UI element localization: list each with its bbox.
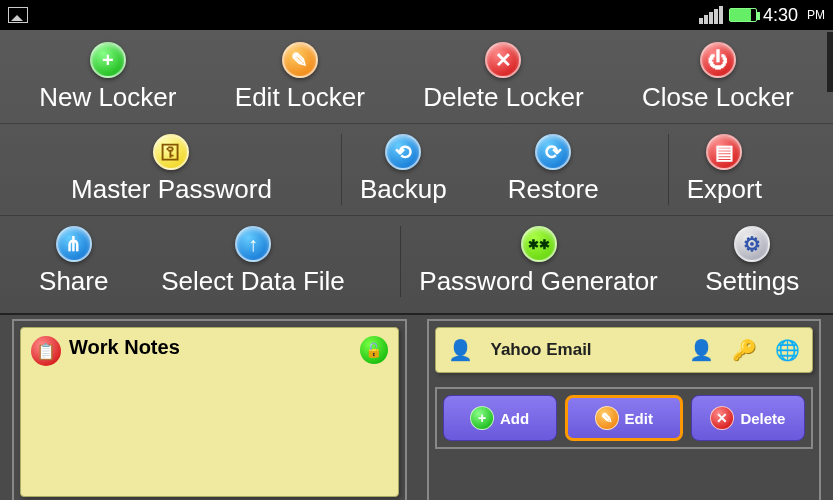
menu-label: Share	[39, 266, 108, 297]
accounts-panel: 👤 Yahoo Email 👤 🔑 🌐 + Add ✎ Edit ✕ Delet…	[427, 319, 822, 500]
menu-label: Backup	[360, 174, 447, 205]
lock-stars-icon: ✱✱	[521, 226, 557, 262]
accent-bar	[827, 32, 833, 92]
gear-icon: ⚙	[734, 226, 770, 262]
pencil-icon: ✎	[282, 42, 318, 78]
pencil-icon: ✎	[595, 406, 619, 430]
master-password-button[interactable]: ⚿ Master Password	[71, 134, 272, 205]
menu-row-3: ⋔ Share ↑ Select Data File ✱✱ Password G…	[0, 215, 833, 301]
account-button-bar: + Add ✎ Edit ✕ Delete	[435, 387, 814, 449]
new-locker-button[interactable]: + New Locker	[39, 42, 176, 113]
key-icon: ⚿	[153, 134, 189, 170]
content-area: 📋 Work Notes 🔓 👤 Yahoo Email 👤 🔑 🌐 + Add…	[0, 315, 833, 500]
account-icon: 👤	[448, 338, 473, 362]
export-icon: ▤	[706, 134, 742, 170]
menu-label: New Locker	[39, 82, 176, 113]
clipboard-icon: 📋	[31, 336, 61, 366]
restore-icon: ⟳	[535, 134, 571, 170]
share-icon: ⋔	[56, 226, 92, 262]
export-button[interactable]: ▤ Export	[668, 134, 762, 205]
battery-icon	[729, 8, 757, 22]
x-icon: ✕	[485, 42, 521, 78]
delete-button[interactable]: ✕ Delete	[691, 395, 805, 441]
power-icon: ⏻	[700, 42, 736, 78]
signal-icon	[699, 6, 723, 24]
select-data-file-button[interactable]: ↑ Select Data File	[161, 226, 345, 297]
status-bar: 4:30 PM	[0, 0, 833, 30]
button-label: Add	[500, 410, 529, 427]
clock-period: PM	[807, 8, 825, 22]
menu-panel: + New Locker ✎ Edit Locker ✕ Delete Lock…	[0, 30, 833, 315]
menu-label: Delete Locker	[423, 82, 583, 113]
up-arrow-icon: ↑	[235, 226, 271, 262]
menu-row-2: ⚿ Master Password ⟲ Backup ⟳ Restore ▤ E…	[0, 123, 833, 209]
close-locker-button[interactable]: ⏻ Close Locker	[642, 42, 794, 113]
plus-icon: +	[470, 406, 494, 430]
button-label: Edit	[625, 410, 653, 427]
button-label: Delete	[740, 410, 785, 427]
restore-button[interactable]: ⟳ Restore	[508, 134, 599, 205]
edit-button[interactable]: ✎ Edit	[565, 395, 683, 441]
menu-row-1: + New Locker ✎ Edit Locker ✕ Delete Lock…	[0, 38, 833, 117]
settings-button[interactable]: ⚙ Settings	[705, 226, 799, 297]
add-button[interactable]: + Add	[443, 395, 557, 441]
x-icon: ✕	[710, 406, 734, 430]
delete-locker-button[interactable]: ✕ Delete Locker	[423, 42, 583, 113]
clock-time: 4:30	[763, 5, 798, 26]
notes-panel: 📋 Work Notes 🔓	[12, 319, 407, 500]
backup-icon: ⟲	[385, 134, 421, 170]
note-card-work-notes[interactable]: 📋 Work Notes 🔓	[20, 327, 399, 497]
menu-label: Password Generator	[419, 266, 657, 297]
menu-label: Edit Locker	[235, 82, 365, 113]
key-icon: 🔑	[732, 338, 757, 362]
menu-label: Select Data File	[161, 266, 345, 297]
menu-label: Restore	[508, 174, 599, 205]
menu-label: Master Password	[71, 174, 272, 205]
account-card-yahoo[interactable]: 👤 Yahoo Email 👤 🔑 🌐	[435, 327, 814, 373]
menu-label: Settings	[705, 266, 799, 297]
note-title: Work Notes	[69, 336, 180, 359]
menu-label: Close Locker	[642, 82, 794, 113]
globe-icon: 🌐	[775, 338, 800, 362]
plus-icon: +	[90, 42, 126, 78]
unlock-icon: 🔓	[360, 336, 388, 364]
edit-locker-button[interactable]: ✎ Edit Locker	[235, 42, 365, 113]
person-icon: 👤	[689, 338, 714, 362]
password-generator-button[interactable]: ✱✱ Password Generator	[400, 226, 657, 297]
backup-button[interactable]: ⟲ Backup	[341, 134, 447, 205]
account-name: Yahoo Email	[491, 340, 592, 360]
picture-icon	[8, 7, 28, 23]
share-button[interactable]: ⋔ Share	[34, 226, 114, 297]
menu-label: Export	[687, 174, 762, 205]
